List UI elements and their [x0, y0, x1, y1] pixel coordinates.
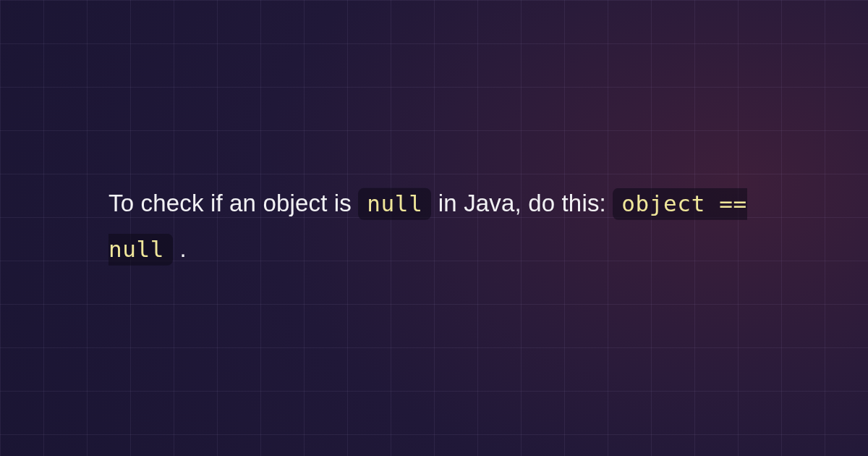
inline-code: null — [358, 188, 431, 220]
description-text: To check if an object is null in Java, d… — [109, 181, 760, 271]
text-segment: in Java, do this: — [438, 190, 613, 216]
hero-card: To check if an object is null in Java, d… — [0, 0, 868, 456]
text-segment: . — [179, 235, 186, 261]
text-segment: To check if an object is — [109, 190, 358, 216]
